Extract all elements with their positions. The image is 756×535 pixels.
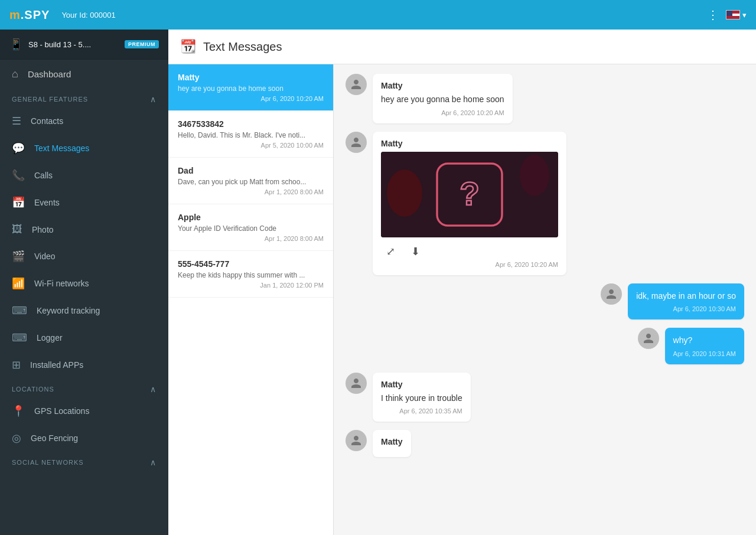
sidebar-item-video[interactable]: 🎬 Video <box>0 243 168 270</box>
premium-badge: PREMIUM <box>125 40 159 48</box>
general-features-label: GENERAL FEATURES <box>12 96 88 103</box>
message-row-3: idk, maybe in an hour or so Apr 6, 2020 … <box>346 283 744 320</box>
sidebar-item-wifi[interactable]: 📶 Wi-Fi networks <box>0 270 168 297</box>
conv-preview-2: Hello, David. This is Mr. Black. I've no… <box>178 131 324 139</box>
sidebar-item-gps-label: GPS Locations <box>34 406 89 416</box>
conv-item-2[interactable]: 3467533842 Hello, David. This is Mr. Bla… <box>168 111 333 158</box>
msg-text-3: idk, maybe in an hour or so <box>636 291 736 302</box>
message-row-6: Matty <box>346 430 744 457</box>
social-label: SOCIAL NETWORKS <box>12 459 84 466</box>
sidebar-item-gps[interactable]: 📍 GPS Locations <box>0 397 168 425</box>
svg-text:?: ? <box>460 175 480 212</box>
sidebar-item-video-label: Video <box>34 252 56 261</box>
msg-sender-1: Matty <box>381 81 504 90</box>
conv-time-3: Apr 1, 2020 8:00 AM <box>178 188 324 195</box>
sidebar-item-text-messages-label: Text Messages <box>34 143 89 153</box>
user-id: Your Id: 000001 <box>61 11 115 19</box>
general-features-header: GENERAL FEATURES ∧ <box>0 89 168 107</box>
msg-time-1: Apr 6, 2020 10:20 AM <box>381 109 504 116</box>
message-bubble-5: Matty I think youre in trouble Apr 6, 20… <box>373 373 471 422</box>
sidebar-item-apps[interactable]: ⊞ Installed APPs <box>0 351 168 379</box>
download-image-button[interactable]: ⬇ <box>406 242 425 261</box>
avatar-1 <box>346 74 367 95</box>
conv-time-5: Jan 1, 2020 12:00 PM <box>178 282 324 289</box>
sidebar-item-photo[interactable]: 🖼 Photo <box>0 216 168 243</box>
language-selector[interactable]: ▾ <box>726 10 747 19</box>
message-row-2: Matty ? <box>346 132 744 275</box>
message-row-4: why? Apr 6, 2020 10:31 AM <box>346 328 744 364</box>
content-header: 📆 Text Messages <box>168 30 756 64</box>
device-bar[interactable]: 📱 S8 - build 13 - 5.... PREMIUM <box>0 30 168 60</box>
svg-point-6 <box>520 155 549 196</box>
msg-text-5: I think youre in trouble <box>381 393 462 404</box>
conv-preview-3: Dave, can you pick up Matt from schoo... <box>178 178 324 186</box>
sidebar-item-events-label: Events <box>34 198 60 207</box>
wifi-icon: 📶 <box>12 277 25 290</box>
image-actions: ⤢ ⬇ <box>381 242 558 261</box>
svg-point-5 <box>387 169 422 217</box>
expand-image-button[interactable]: ⤢ <box>381 242 400 261</box>
contacts-icon: ☰ <box>12 115 21 128</box>
locations-label: LOCATIONS <box>12 386 54 393</box>
conv-preview-5: Keep the kids happy this summer with ... <box>178 271 324 279</box>
message-bubble-3: idk, maybe in an hour or so Apr 6, 2020 … <box>628 283 744 320</box>
sidebar-item-events[interactable]: 📅 Events <box>0 189 168 216</box>
locations-chevron: ∧ <box>150 384 157 394</box>
sidebar-item-apps-label: Installed APPs <box>30 360 83 370</box>
main-layout: 📱 S8 - build 13 - 5.... PREMIUM ⌂ Dashbo… <box>0 30 756 535</box>
sidebar-item-calls-label: Calls <box>34 171 53 180</box>
sidebar-item-geo-label: Geo Fencing <box>31 433 78 443</box>
conv-name-1: Matty <box>178 73 324 82</box>
social-header: SOCIAL NETWORKS ∧ <box>0 452 168 471</box>
sidebar-item-calls[interactable]: 📞 Calls <box>0 162 168 189</box>
sidebar-item-keyword-label: Keyword tracking <box>37 306 100 315</box>
conv-name-2: 3467533842 <box>178 119 324 129</box>
msg-sender-5: Matty <box>381 380 462 389</box>
conv-item-4[interactable]: Apple Your Apple ID Verification Code Ap… <box>168 204 333 251</box>
sidebar-item-keyword[interactable]: ⌨ Keyword tracking <box>0 297 168 324</box>
avatar-4 <box>638 328 659 349</box>
dashboard-label: Dashboard <box>28 69 71 79</box>
flag-icon <box>726 10 740 19</box>
apps-icon: ⊞ <box>12 358 21 371</box>
msg-time-2: Apr 6, 2020 10:20 AM <box>381 261 558 268</box>
message-image: ? <box>381 152 558 237</box>
msg-text-4: why? <box>673 335 736 347</box>
calendar-filter-icon[interactable]: 📆 <box>180 39 196 54</box>
sidebar-item-photo-label: Photo <box>32 225 54 234</box>
more-options-button[interactable]: ⋮ <box>707 8 719 22</box>
logo: m.SPY <box>9 8 50 22</box>
sidebar-item-contacts[interactable]: ☰ Contacts <box>0 107 168 135</box>
sidebar-item-dashboard[interactable]: ⌂ Dashboard <box>0 60 168 89</box>
messages-layout: Matty hey are you gonna be home soon Apr… <box>168 64 756 535</box>
sidebar-item-geo[interactable]: ◎ Geo Fencing <box>0 425 168 452</box>
content-area: 📆 Text Messages Matty hey are you gonna … <box>168 30 756 535</box>
conv-item-5[interactable]: 555-4545-777 Keep the kids happy this su… <box>168 251 333 298</box>
flag-chevron: ▾ <box>742 11 747 19</box>
message-row-1: Matty hey are you gonna be home soon Apr… <box>346 74 744 123</box>
device-name: S8 - build 13 - 5.... <box>28 40 119 49</box>
sidebar-item-logger[interactable]: ⌨ Logger <box>0 324 168 351</box>
conv-time-2: Apr 5, 2020 10:00 AM <box>178 142 324 149</box>
avatar-3 <box>601 283 622 305</box>
sidebar-item-logger-label: Logger <box>37 333 63 342</box>
conv-name-3: Dad <box>178 166 324 175</box>
message-row-5: Matty I think youre in trouble Apr 6, 20… <box>346 373 744 422</box>
sidebar-item-contacts-label: Contacts <box>31 116 63 126</box>
logger-icon: ⌨ <box>12 331 27 344</box>
topbar: m.SPY Your Id: 000001 ⋮ ▾ <box>0 0 756 30</box>
gps-icon: 📍 <box>12 404 25 417</box>
msg-time-5: Apr 6, 2020 10:35 AM <box>381 407 462 415</box>
locations-header: LOCATIONS ∧ <box>0 379 168 397</box>
photo-icon: 🖼 <box>12 223 22 236</box>
message-bubble-4: why? Apr 6, 2020 10:31 AM <box>665 328 744 364</box>
conv-item-3[interactable]: Dad Dave, can you pick up Matt from scho… <box>168 158 333 204</box>
sidebar-item-text-messages[interactable]: 💬 Text Messages <box>0 135 168 162</box>
msg-text-1: hey are you gonna be home soon <box>381 94 504 106</box>
conv-name-5: 555-4545-777 <box>178 259 324 269</box>
events-icon: 📅 <box>12 196 25 209</box>
page-title: Text Messages <box>203 40 282 54</box>
conv-item-1[interactable]: Matty hey are you gonna be home soon Apr… <box>168 64 333 111</box>
conv-preview-1: hey are you gonna be home soon <box>178 84 324 93</box>
msg-time-3: Apr 6, 2020 10:30 AM <box>636 305 736 312</box>
